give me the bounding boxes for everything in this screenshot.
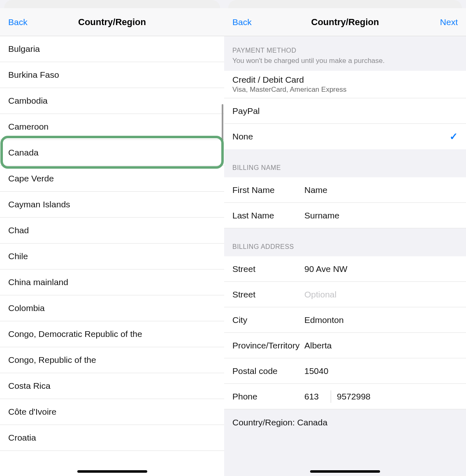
country-row[interactable]: Canada bbox=[0, 140, 224, 166]
payment-option-label: None bbox=[232, 132, 253, 142]
first-name-field[interactable]: Name bbox=[304, 185, 458, 195]
window-tab-hint bbox=[228, 0, 462, 8]
form-scroll[interactable]: PAYMENT METHOD You won't be charged unti… bbox=[224, 36, 466, 476]
phone-row[interactable]: Phone 613 9572998 bbox=[224, 384, 466, 409]
first-name-label: First Name bbox=[232, 185, 304, 195]
last-name-field[interactable]: Surname bbox=[304, 211, 458, 221]
country-row[interactable]: Cayman Islands bbox=[0, 192, 224, 218]
scrollbar-thumb[interactable] bbox=[222, 104, 223, 149]
billing-form-screen: Back Country/Region Next PAYMENT METHOD … bbox=[224, 0, 466, 476]
street2-label: Street bbox=[232, 290, 304, 300]
billing-name-header: BILLING NAME bbox=[224, 149, 466, 177]
city-label: City bbox=[232, 315, 304, 325]
payment-option-sublabel: Visa, MasterCard, American Express bbox=[232, 86, 346, 94]
back-button[interactable]: Back bbox=[232, 17, 265, 27]
phone-country-code[interactable]: 613 bbox=[304, 392, 329, 402]
postal-label: Postal code bbox=[232, 366, 304, 376]
payment-options: Credit / Debit CardVisa, MasterCard, Ame… bbox=[224, 71, 466, 149]
payment-option[interactable]: Credit / Debit CardVisa, MasterCard, Ame… bbox=[224, 71, 466, 98]
province-row[interactable]: Province/Territory Alberta bbox=[224, 333, 466, 358]
billing-name-group: First Name Name Last Name Surname bbox=[224, 177, 466, 228]
phone-label: Phone bbox=[232, 392, 304, 402]
phone-divider bbox=[331, 390, 331, 403]
payment-option-label: Credit / Debit Card bbox=[232, 75, 304, 85]
last-name-row[interactable]: Last Name Surname bbox=[224, 203, 466, 228]
window-tab-hint bbox=[4, 0, 220, 8]
payment-option-label: PayPal bbox=[232, 106, 260, 116]
street2-field[interactable]: Optional bbox=[304, 290, 458, 300]
street1-field[interactable]: 90 Ave NW bbox=[304, 264, 458, 274]
checkmark-icon: ✓ bbox=[450, 131, 458, 142]
country-row[interactable]: Chile bbox=[0, 244, 224, 269]
country-list[interactable]: BulgariaBurkina FasoCambodiaCameroonCana… bbox=[0, 36, 224, 476]
navbar-left: Back Country/Region bbox=[0, 8, 224, 36]
country-row[interactable]: Burkina Faso bbox=[0, 62, 224, 88]
payment-method-note: You won't be charged until you make a pu… bbox=[224, 57, 466, 71]
country-row[interactable]: Cape Verde bbox=[0, 166, 224, 192]
country-row[interactable]: Côte d'Ivoire bbox=[0, 399, 224, 425]
postal-row[interactable]: Postal code 15040 bbox=[224, 358, 466, 384]
country-row[interactable]: Bulgaria bbox=[0, 36, 224, 62]
navbar-right: Back Country/Region Next bbox=[224, 8, 466, 36]
home-indicator[interactable] bbox=[77, 470, 147, 473]
country-row[interactable]: Colombia bbox=[0, 295, 224, 321]
country-row[interactable]: Chad bbox=[0, 218, 224, 244]
payment-method-header: PAYMENT METHOD bbox=[224, 36, 466, 57]
country-row[interactable]: Congo, Republic of the bbox=[0, 347, 224, 373]
country-row[interactable]: China mainland bbox=[0, 269, 224, 295]
street1-row[interactable]: Street 90 Ave NW bbox=[224, 256, 466, 282]
next-button[interactable]: Next bbox=[425, 17, 458, 27]
payment-option[interactable]: None✓ bbox=[224, 124, 466, 149]
city-field[interactable]: Edmonton bbox=[304, 315, 458, 325]
country-list-screen: Back Country/Region BulgariaBurkina Faso… bbox=[0, 0, 224, 476]
page-title: Country/Region bbox=[265, 17, 425, 28]
billing-address-header: BILLING ADDRESS bbox=[224, 228, 466, 256]
home-indicator[interactable] bbox=[310, 470, 380, 473]
postal-field[interactable]: 15040 bbox=[304, 366, 458, 376]
last-name-label: Last Name bbox=[232, 211, 304, 221]
province-label: Province/Territory bbox=[232, 341, 304, 351]
first-name-row[interactable]: First Name Name bbox=[224, 177, 466, 203]
street1-label: Street bbox=[232, 264, 304, 274]
country-row[interactable]: Croatia bbox=[0, 425, 224, 451]
street2-row[interactable]: Street Optional bbox=[224, 282, 466, 307]
country-row[interactable]: Cameroon bbox=[0, 114, 224, 140]
page-title: Country/Region bbox=[41, 17, 183, 28]
province-field[interactable]: Alberta bbox=[304, 341, 458, 351]
phone-number-field[interactable]: 9572998 bbox=[337, 392, 371, 402]
country-row[interactable]: Costa Rica bbox=[0, 373, 224, 399]
city-row[interactable]: City Edmonton bbox=[224, 307, 466, 333]
country-row[interactable]: Cambodia bbox=[0, 88, 224, 114]
billing-address-group: Street 90 Ave NW Street Optional City Ed… bbox=[224, 256, 466, 409]
country-row[interactable]: Congo, Democratic Republic of the bbox=[0, 321, 224, 347]
payment-option[interactable]: PayPal bbox=[224, 98, 466, 124]
back-button[interactable]: Back bbox=[8, 17, 41, 27]
country-region-summary[interactable]: Country/Region: Canada bbox=[224, 409, 466, 427]
